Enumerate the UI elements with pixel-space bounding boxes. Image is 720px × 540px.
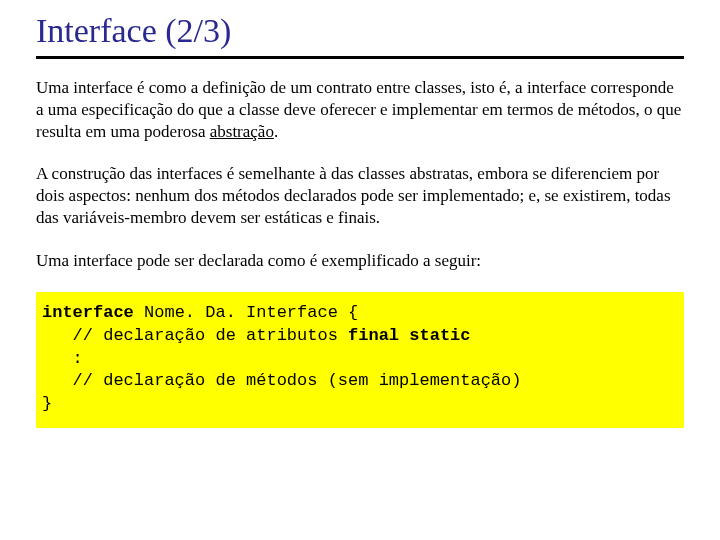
keyword-interface: interface [42, 303, 134, 322]
paragraph-1-text-a: Uma interface é como a definição de um c… [36, 78, 681, 141]
code-line-5: } [42, 394, 52, 413]
paragraph-1: Uma interface é como a definição de um c… [36, 77, 684, 143]
code-block: interface Nome. Da. Interface { // decla… [36, 292, 684, 429]
paragraph-2: A construção das interfaces é semelhante… [36, 163, 684, 229]
slide-title: Interface (2/3) [36, 12, 684, 59]
keyword-final-static: final static [348, 326, 470, 345]
code-line-3: : [42, 349, 83, 368]
paragraph-1-text-b: . [274, 122, 278, 141]
paragraph-1-underline: abstração [210, 122, 274, 141]
code-line-4: // declaração de métodos (sem implementa… [42, 371, 521, 390]
paragraph-3: Uma interface pode ser declarada como é … [36, 250, 684, 272]
code-line-2a: // declaração de atributos [42, 326, 348, 345]
code-classname: Nome. Da. Interface { [134, 303, 358, 322]
